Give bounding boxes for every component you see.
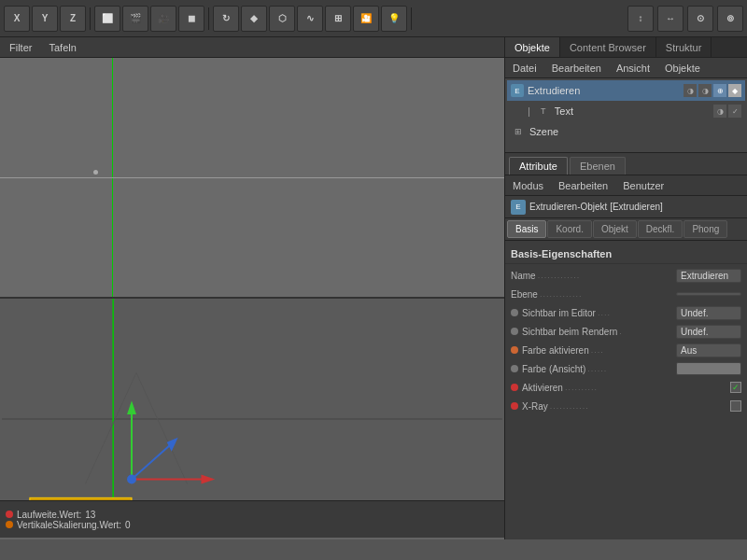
menu-objekte[interactable]: Objekte [661,63,704,74]
subtab-koord[interactable]: Koord. [547,220,591,238]
viewport-bottom[interactable]: Laufweite.Wert: 13 VertikaleSkalierung.W… [0,299,504,538]
prop-row-sichtbar-editor: Sichtbar im Editor .... Undef. [505,303,747,322]
checkbox-aktivieren[interactable]: ✓ [730,382,741,393]
properties-panel: Basis-Eigenschaften Name ............. E… [505,241,747,539]
prop-value-ebene[interactable] [676,292,741,296]
prop-row-farbe-ansicht: Farbe (Ansicht) ...... [505,359,747,378]
tree-text-icons: ◑ ✓ [713,105,741,118]
viewport-menu: Filter Tafeln [0,37,504,58]
prop-label-aktivieren: Aktivieren .......... [522,383,726,393]
prop-label-farbe-aktivieren: Farbe aktivieren .... [522,345,672,356]
menu-datei[interactable]: Datei [509,63,541,74]
prop-value-farbe-aktivieren[interactable]: Aus [676,343,741,357]
tree-label-extrudieren: Extrudieren [528,85,580,96]
text-vis2[interactable]: ✓ [728,105,741,118]
prop-value-sichtbar-editor[interactable]: Undef. [676,306,741,320]
svg-line-3 [85,372,136,483]
toolbar-view4[interactable]: ⊚ [717,6,743,32]
filter-menu[interactable]: Filter [6,42,35,53]
text-vis1[interactable]: ◑ [713,105,726,118]
tab-ebenen[interactable]: Ebenen [570,157,626,175]
subtab-phong[interactable]: Phong [684,220,727,238]
extra-icon2[interactable]: ◆ [728,84,741,97]
dot-farbe-aktivieren [511,346,518,354]
tafeln-menu[interactable]: Tafeln [45,42,79,53]
toolbar-grid[interactable]: ⊞ [325,6,351,32]
tree-item-text[interactable]: | T Text ◑ ✓ [507,101,745,121]
prop-row-ebene: Ebene ............. [505,285,747,303]
checkbox-xray[interactable] [730,400,741,412]
toolbar-view1[interactable]: ↕ [627,6,654,32]
toolbar-cube[interactable]: ⬜ [94,6,120,32]
subtab-deckfl[interactable]: Deckfl. [638,220,684,238]
right-panel: Objekte Content Browser Struktur Datei B… [504,37,747,539]
render-icon[interactable]: ◑ [698,84,712,97]
tab-content-browser[interactable]: Content Browser [560,37,656,57]
toolbar-y[interactable]: Y [32,6,58,32]
subtab-objekt[interactable]: Objekt [593,220,637,238]
dot-aktivieren [511,384,518,391]
menu-bearbeiten[interactable]: Bearbeiten [548,63,605,74]
subtab-basis[interactable]: Basis [507,220,546,238]
viewport-top[interactable] [0,58,504,299]
toolbar-light[interactable]: 💡 [381,6,407,32]
prop-value-name[interactable]: Extrudieren [676,269,741,283]
toolbar-hex[interactable]: ⬡ [269,6,295,32]
object-tree: E Extrudieren ◑ ◑ ⊕ ◆ | T Text ◑ ✓ [505,78,747,153]
prop-value-sichtbar-render[interactable]: Undef. [676,325,741,339]
prop-label-sichtbar-editor: Sichtbar im Editor .... [522,308,672,318]
prop-row-name: Name ............. Extrudieren [505,266,747,285]
prop-label-farbe-ansicht: Farbe (Ansicht) ...... [522,364,672,374]
prop-row-xray: X-Ray ............ [505,397,747,415]
mode-benutzer[interactable]: Benutzer [619,180,668,191]
extra-icon1[interactable]: ⊕ [713,84,726,97]
toolbar-view2[interactable]: ↔ [657,6,684,32]
toolbar-square[interactable]: ◼ [178,6,204,32]
prop-label-ebene: Ebene ............. [511,289,672,300]
menu-ansicht[interactable]: Ansicht [613,63,654,74]
gray-line-horizontal [0,177,504,178]
toolbar-view3[interactable]: ⊙ [687,6,713,32]
tab-objekte[interactable]: Objekte [505,37,560,57]
mode-modus[interactable]: Modus [509,180,547,191]
toolbar-rotate[interactable]: ↻ [213,6,239,32]
tree-icons-right: ◑ ◑ ⊕ ◆ [684,84,741,97]
tab-struktur[interactable]: Struktur [656,37,712,57]
prop-label-xray: X-Ray ............ [522,401,726,412]
visibility-icon[interactable]: ◑ [684,84,697,97]
toolbar-film[interactable]: 🎬 [122,6,148,32]
status-dot-1 [6,511,13,518]
tab-attribute[interactable]: Attribute [509,157,568,175]
svg-line-8 [132,442,174,480]
obj-title-label: Extrudieren-Objekt [Extrudieren] [529,202,663,212]
mode-bearbeiten[interactable]: Bearbeiten [555,180,612,191]
status-value-1: 13 [85,510,95,520]
toolbar-wave[interactable]: ∿ [297,6,323,32]
prop-row-farbe-aktivieren: Farbe aktivieren .... Aus [505,341,747,359]
scene-dot [93,170,98,175]
dot-sichtbar-editor [511,309,518,316]
section-title: Basis-Eigenschaften [505,245,747,264]
sep1 [90,7,91,30]
sub-tabs: Basis Koord. Objekt Deckfl. Phong [505,218,747,241]
svg-marker-7 [201,475,215,484]
svg-marker-5 [127,400,136,414]
toolbar-x[interactable]: X [4,6,30,32]
obj-type-icon: E [511,200,526,215]
mode-bar: Modus Bearbeiten Benutzer [505,175,747,196]
toolbar-camera[interactable]: 🎥 [150,6,176,32]
dot-xray [511,402,518,410]
attribute-tabs: Attribute Ebenen [505,153,747,175]
tree-item-extrudieren[interactable]: E Extrudieren ◑ ◑ ⊕ ◆ [507,80,745,101]
status-bar: Laufweite.Wert: 13 VertikaleSkalierung.W… [0,500,504,538]
text-icon: T [536,104,551,119]
viewport[interactable]: Filter Tafeln [0,37,504,539]
toolbar-z[interactable]: Z [60,6,86,32]
toolbar-diamond[interactable]: ◆ [241,6,267,32]
toolbar-video[interactable]: 🎦 [353,6,379,32]
prop-row-sichtbar-render: Sichtbar beim Rendern . Undef. [505,322,747,341]
tree-item-szene[interactable]: ⊞ Szene [507,121,745,142]
prop-value-farbe-ansicht[interactable] [676,362,741,375]
panel-top-tabs: Objekte Content Browser Struktur [505,37,747,58]
status-dot-2 [6,521,13,528]
